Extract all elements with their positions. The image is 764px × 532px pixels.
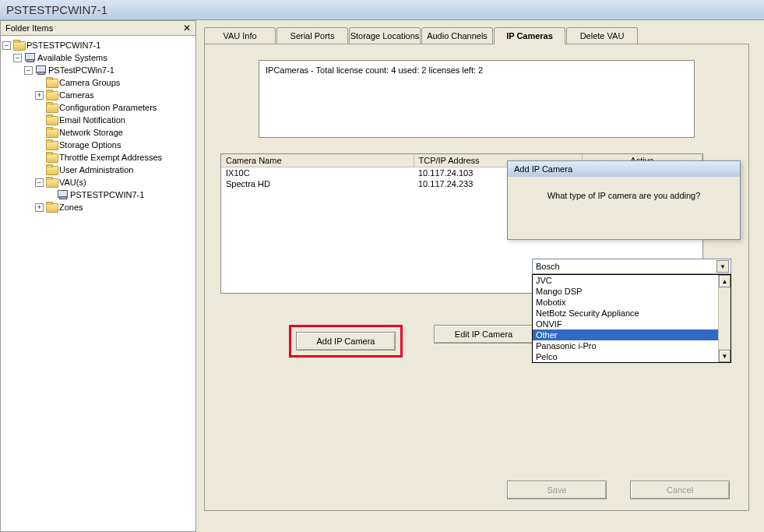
license-info-text: IPCameras - Total license count: 4 used:… [266,65,483,75]
content-area: VAU Info Serial Ports Storage Locations … [196,20,764,532]
sidebar: Folder Items ✕ − PSTESTPCWIN7-1 − Availa… [0,20,196,532]
expander-icon[interactable]: − [24,66,33,75]
tab-ip-cameras[interactable]: IP Cameras [494,27,565,44]
tree-item[interactable]: Email Notification [2,114,194,126]
expander-icon[interactable]: − [35,178,44,187]
camera-type-combo[interactable]: Bosch ▼ JVC Mango DSP Mobotix NetBotz Se… [532,259,731,363]
folder-icon [13,41,24,50]
tree-item[interactable]: − PSTestPCWin7-1 [2,64,194,76]
tree-item[interactable]: Network Storage [2,126,194,139]
tree-item[interactable]: + Cameras [2,89,194,101]
tree-item[interactable]: − Available Systems [2,51,194,64]
tree-label: VAU(s) [59,176,86,188]
add-ip-camera-dialog: Add IP Camera What type of IP camera are… [507,160,741,240]
tree-label: PSTestPCWin7-1 [48,64,114,76]
tree-label: Zones [59,201,83,213]
scrollbar[interactable]: ▲ ▼ [718,275,731,362]
tab-storage-locations[interactable]: Storage Locations [349,27,421,44]
combo-option[interactable]: Mango DSP [533,286,718,297]
edit-ip-camera-button[interactable]: Edit IP Camera [434,325,533,344]
tree-item[interactable]: Storage Options [2,139,194,151]
expander-icon[interactable]: + [35,203,44,212]
folder-icon [46,90,57,100]
combo-option[interactable]: JVC [533,275,718,286]
tree-item[interactable]: PSTESTPCWIN7-1 [2,188,194,201]
dialog-prompt: What type of IP camera are you adding? [517,191,731,200]
computer-icon [57,190,68,199]
tree-label: Configuration Parameters [59,101,157,114]
tree-label: User Administration [59,164,133,176]
scroll-up-icon[interactable]: ▲ [719,275,731,287]
window-title: PSTESTPCWIN7-1 [6,3,107,16]
folder-icon [46,103,57,112]
tree-label: Network Storage [59,126,123,139]
folder-icon [46,203,57,212]
highlight-box: Add IP Camera [289,325,403,358]
cell-camera-name: IX10C [221,167,414,179]
expander-icon[interactable]: − [13,54,22,62]
save-button[interactable]: Save [507,481,607,499]
folder-icon [46,165,57,174]
dialog-title: Add IP Camera [508,161,740,177]
tree-label: Storage Options [59,139,121,151]
expander-icon[interactable]: + [35,91,44,100]
combo-list[interactable]: JVC Mango DSP Mobotix NetBotz Security A… [532,274,731,363]
col-camera-name[interactable]: Camera Name [221,154,414,167]
folder-icon [46,78,57,87]
tree-item[interactable]: Throttle Exempt Addresses [2,151,194,164]
tree-label: Email Notification [59,114,125,126]
bottom-buttons: Save Cancel [507,481,730,499]
scroll-down-icon[interactable]: ▼ [719,350,731,362]
tree-item[interactable]: User Administration [2,164,194,176]
tree-item[interactable]: + Zones [2,201,194,213]
tree-label: PSTESTPCWIN7-1 [70,188,144,201]
tree-root[interactable]: − PSTESTPCWIN7-1 [2,39,194,51]
combo-selected: Bosch [536,262,560,271]
sidebar-header: Folder Items ✕ [1,21,195,36]
combo-option[interactable]: Panasonic i-Pro [533,340,718,351]
add-ip-camera-button[interactable]: Add IP Camera [296,332,396,351]
tab-audio-channels[interactable]: Audio Channels [421,27,493,44]
folder-tree[interactable]: − PSTESTPCWIN7-1 − Available Systems − P… [1,36,195,531]
computer-icon [24,53,35,62]
main-container: Folder Items ✕ − PSTESTPCWIN7-1 − Availa… [0,20,764,532]
combo-box[interactable]: Bosch ▼ [532,259,731,274]
close-icon[interactable]: ✕ [183,23,191,33]
tree-label: Camera Groups [59,76,120,89]
cancel-button[interactable]: Cancel [630,481,730,499]
cell-camera-name: Spectra HD [221,178,414,189]
sidebar-header-label: Folder Items [5,23,53,33]
tab-strip: VAU Info Serial Ports Storage Locations … [204,26,764,44]
tree-item[interactable]: − VAU(s) [2,176,194,188]
window-titlebar: PSTESTPCWIN7-1 [0,0,764,20]
folder-icon [46,128,57,137]
folder-icon [46,153,57,162]
dialog-body: What type of IP camera are you adding? [508,177,740,239]
tree-label: Available Systems [37,51,107,64]
computer-icon [35,65,46,75]
combo-option[interactable]: Mobotix [533,297,718,308]
folder-icon [46,115,57,125]
expander-icon[interactable]: − [2,41,11,50]
combo-option[interactable]: ONVIF [533,319,718,329]
chevron-down-icon[interactable]: ▼ [716,260,729,273]
tab-vau-info[interactable]: VAU Info [204,27,276,44]
combo-option-selected[interactable]: Other [533,329,718,340]
tab-delete-vau[interactable]: Delete VAU [566,27,638,44]
license-info-box: IPCameras - Total license count: 4 used:… [259,60,695,138]
tree-label: Throttle Exempt Addresses [59,151,162,164]
tree-label: Cameras [59,89,94,101]
folder-icon [46,140,57,150]
tree-item[interactable]: Camera Groups [2,76,194,89]
tree-item[interactable]: Configuration Parameters [2,101,194,114]
tab-serial-ports[interactable]: Serial Ports [276,27,348,44]
combo-option[interactable]: Pelco [533,351,718,362]
tree-label: PSTESTPCWIN7-1 [26,39,100,51]
folder-icon [46,178,57,187]
combo-option[interactable]: NetBotz Security Appliance [533,308,718,319]
